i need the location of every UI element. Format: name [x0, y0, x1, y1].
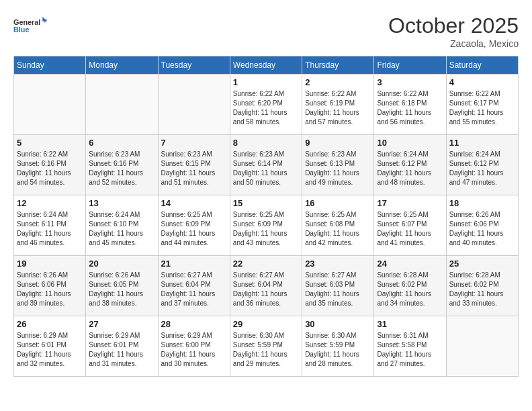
- day-info: Sunrise: 6:22 AM Sunset: 6:17 PM Dayligh…: [449, 89, 515, 127]
- calendar-cell: 24Sunrise: 6:28 AM Sunset: 6:02 PM Dayli…: [374, 256, 446, 316]
- day-info: Sunrise: 6:28 AM Sunset: 6:02 PM Dayligh…: [449, 271, 515, 308]
- calendar-cell: 22Sunrise: 6:27 AM Sunset: 6:04 PM Dayli…: [230, 256, 302, 316]
- weekday-header-saturday: Saturday: [446, 56, 518, 75]
- calendar-cell: 15Sunrise: 6:25 AM Sunset: 6:09 PM Dayli…: [230, 195, 302, 256]
- day-number: 13: [89, 198, 154, 208]
- day-number: 23: [305, 259, 371, 269]
- calendar-cell: 1Sunrise: 6:22 AM Sunset: 6:20 PM Daylig…: [230, 75, 302, 135]
- day-info: Sunrise: 6:31 AM Sunset: 5:58 PM Dayligh…: [377, 331, 443, 369]
- calendar-cell: 13Sunrise: 6:24 AM Sunset: 6:10 PM Dayli…: [86, 195, 158, 256]
- day-info: Sunrise: 6:30 AM Sunset: 5:59 PM Dayligh…: [305, 331, 371, 369]
- day-info: Sunrise: 6:29 AM Sunset: 6:01 PM Dayligh…: [89, 331, 154, 369]
- day-info: Sunrise: 6:22 AM Sunset: 6:16 PM Dayligh…: [17, 150, 83, 187]
- calendar-table: SundayMondayTuesdayWednesdayThursdayFrid…: [13, 56, 519, 377]
- day-number: 14: [161, 198, 227, 208]
- calendar-cell: 14Sunrise: 6:25 AM Sunset: 6:09 PM Dayli…: [158, 195, 230, 256]
- day-number: 11: [449, 138, 515, 148]
- day-info: Sunrise: 6:23 AM Sunset: 6:14 PM Dayligh…: [233, 150, 299, 187]
- svg-text:General: General: [13, 18, 40, 26]
- day-number: 16: [305, 198, 371, 208]
- calendar-cell: 6Sunrise: 6:23 AM Sunset: 6:16 PM Daylig…: [86, 135, 158, 195]
- weekday-header-sunday: Sunday: [14, 56, 86, 75]
- calendar-cell: 12Sunrise: 6:24 AM Sunset: 6:11 PM Dayli…: [14, 195, 86, 256]
- calendar-cell: 28Sunrise: 6:29 AM Sunset: 6:00 PM Dayli…: [158, 316, 230, 377]
- day-number: 17: [377, 198, 443, 208]
- day-info: Sunrise: 6:23 AM Sunset: 6:15 PM Dayligh…: [161, 150, 227, 187]
- day-info: Sunrise: 6:24 AM Sunset: 6:12 PM Dayligh…: [449, 150, 515, 187]
- day-number: 21: [161, 259, 227, 269]
- day-info: Sunrise: 6:22 AM Sunset: 6:19 PM Dayligh…: [305, 89, 371, 127]
- weekday-header-wednesday: Wednesday: [230, 56, 302, 75]
- logo-svg: General Blue: [13, 13, 47, 40]
- calendar-cell: 4Sunrise: 6:22 AM Sunset: 6:17 PM Daylig…: [446, 75, 518, 135]
- calendar-cell: 25Sunrise: 6:28 AM Sunset: 6:02 PM Dayli…: [446, 256, 518, 316]
- location: Zacaola, Mexico: [388, 38, 519, 49]
- month-title: October 2025: [388, 13, 519, 38]
- svg-text:Blue: Blue: [13, 26, 29, 34]
- day-info: Sunrise: 6:27 AM Sunset: 6:04 PM Dayligh…: [233, 271, 299, 308]
- calendar-cell: 31Sunrise: 6:31 AM Sunset: 5:58 PM Dayli…: [374, 316, 446, 377]
- weekday-header-tuesday: Tuesday: [158, 56, 230, 75]
- day-info: Sunrise: 6:22 AM Sunset: 6:20 PM Dayligh…: [233, 89, 299, 127]
- day-number: 28: [161, 319, 227, 329]
- day-info: Sunrise: 6:27 AM Sunset: 6:03 PM Dayligh…: [305, 271, 371, 308]
- day-number: 4: [449, 77, 515, 87]
- calendar-cell: 16Sunrise: 6:25 AM Sunset: 6:08 PM Dayli…: [302, 195, 374, 256]
- day-number: 20: [89, 259, 154, 269]
- day-info: Sunrise: 6:25 AM Sunset: 6:08 PM Dayligh…: [305, 210, 371, 248]
- calendar-cell: 18Sunrise: 6:26 AM Sunset: 6:06 PM Dayli…: [446, 195, 518, 256]
- day-number: 22: [233, 259, 299, 269]
- day-number: 26: [17, 319, 83, 329]
- day-info: Sunrise: 6:25 AM Sunset: 6:09 PM Dayligh…: [161, 210, 227, 248]
- calendar-cell: 10Sunrise: 6:24 AM Sunset: 6:12 PM Dayli…: [374, 135, 446, 195]
- page-header: General Blue October 2025 Zacaola, Mexic…: [13, 13, 519, 49]
- day-info: Sunrise: 6:25 AM Sunset: 6:07 PM Dayligh…: [377, 210, 443, 248]
- calendar-cell: 9Sunrise: 6:23 AM Sunset: 6:13 PM Daylig…: [302, 135, 374, 195]
- calendar-cell: 8Sunrise: 6:23 AM Sunset: 6:14 PM Daylig…: [230, 135, 302, 195]
- day-number: 12: [17, 198, 83, 208]
- weekday-header-thursday: Thursday: [302, 56, 374, 75]
- calendar-cell: [86, 75, 158, 135]
- day-info: Sunrise: 6:24 AM Sunset: 6:12 PM Dayligh…: [377, 150, 443, 187]
- day-number: 7: [161, 138, 227, 148]
- calendar-cell: 30Sunrise: 6:30 AM Sunset: 5:59 PM Dayli…: [302, 316, 374, 377]
- day-info: Sunrise: 6:26 AM Sunset: 6:05 PM Dayligh…: [89, 271, 154, 308]
- day-info: Sunrise: 6:23 AM Sunset: 6:13 PM Dayligh…: [305, 150, 371, 187]
- day-info: Sunrise: 6:30 AM Sunset: 5:59 PM Dayligh…: [233, 331, 299, 369]
- calendar-cell: 23Sunrise: 6:27 AM Sunset: 6:03 PM Dayli…: [302, 256, 374, 316]
- day-number: 6: [89, 138, 154, 148]
- day-info: Sunrise: 6:29 AM Sunset: 6:01 PM Dayligh…: [17, 331, 83, 369]
- calendar-cell: 20Sunrise: 6:26 AM Sunset: 6:05 PM Dayli…: [86, 256, 158, 316]
- day-number: 10: [377, 138, 443, 148]
- day-number: 8: [233, 138, 299, 148]
- calendar-cell: [158, 75, 230, 135]
- weekday-header-monday: Monday: [86, 56, 158, 75]
- calendar-cell: 19Sunrise: 6:26 AM Sunset: 6:06 PM Dayli…: [14, 256, 86, 316]
- calendar-cell: 21Sunrise: 6:27 AM Sunset: 6:04 PM Dayli…: [158, 256, 230, 316]
- day-number: 2: [305, 77, 371, 87]
- day-info: Sunrise: 6:25 AM Sunset: 6:09 PM Dayligh…: [233, 210, 299, 248]
- day-info: Sunrise: 6:28 AM Sunset: 6:02 PM Dayligh…: [377, 271, 443, 308]
- calendar-cell: 2Sunrise: 6:22 AM Sunset: 6:19 PM Daylig…: [302, 75, 374, 135]
- day-number: 25: [449, 259, 515, 269]
- title-block: October 2025 Zacaola, Mexico: [388, 13, 519, 49]
- day-number: 19: [17, 259, 83, 269]
- day-number: 3: [377, 77, 443, 87]
- day-number: 30: [305, 319, 371, 329]
- calendar-cell: 7Sunrise: 6:23 AM Sunset: 6:15 PM Daylig…: [158, 135, 230, 195]
- weekday-header-friday: Friday: [374, 56, 446, 75]
- day-number: 31: [377, 319, 443, 329]
- calendar-cell: 29Sunrise: 6:30 AM Sunset: 5:59 PM Dayli…: [230, 316, 302, 377]
- day-number: 18: [449, 198, 515, 208]
- calendar-cell: 17Sunrise: 6:25 AM Sunset: 6:07 PM Dayli…: [374, 195, 446, 256]
- day-info: Sunrise: 6:24 AM Sunset: 6:11 PM Dayligh…: [17, 210, 83, 248]
- day-number: 27: [89, 319, 154, 329]
- day-info: Sunrise: 6:29 AM Sunset: 6:00 PM Dayligh…: [161, 331, 227, 369]
- logo: General Blue: [13, 13, 47, 40]
- day-info: Sunrise: 6:24 AM Sunset: 6:10 PM Dayligh…: [89, 210, 154, 248]
- day-info: Sunrise: 6:26 AM Sunset: 6:06 PM Dayligh…: [449, 210, 515, 248]
- calendar-cell: 26Sunrise: 6:29 AM Sunset: 6:01 PM Dayli…: [14, 316, 86, 377]
- calendar-cell: [14, 75, 86, 135]
- day-number: 9: [305, 138, 371, 148]
- day-info: Sunrise: 6:26 AM Sunset: 6:06 PM Dayligh…: [17, 271, 83, 308]
